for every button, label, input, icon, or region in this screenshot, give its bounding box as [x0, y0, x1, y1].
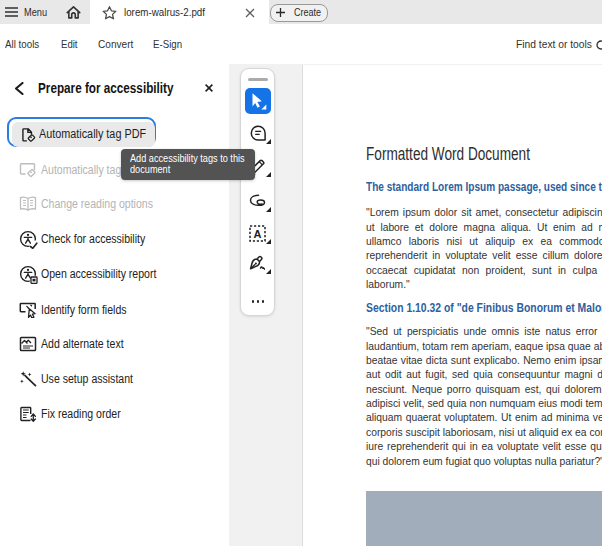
svg-text:A: A	[254, 228, 262, 240]
